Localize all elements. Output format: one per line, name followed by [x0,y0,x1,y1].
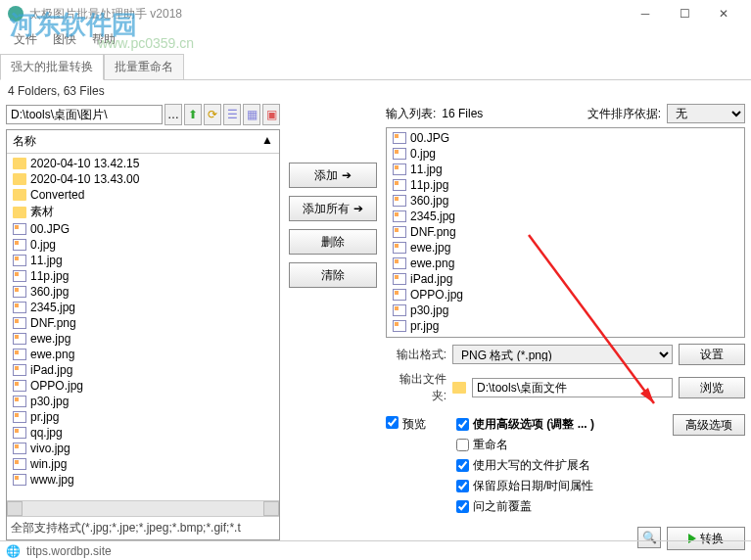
format-filter[interactable]: 全部支持格式(*.jpg;*.jpe;*.jpeg;*.bmp;*.gif;*.… [7,516,279,539]
advanced-checkbox[interactable] [456,418,469,431]
list-item[interactable]: www.jpg [9,472,277,488]
view-details-button[interactable]: ▦ [243,104,260,125]
keepdate-checkbox[interactable] [456,480,469,492]
image-icon [393,320,406,332]
image-icon [393,179,406,191]
list-item[interactable]: 11.jpg [389,162,742,177]
settings-button[interactable]: 设置 [679,344,745,365]
image-icon [13,427,26,439]
menu-quick[interactable]: 图快 [47,29,82,50]
list-item[interactable]: 0.jpg [389,146,742,162]
list-item[interactable]: qq.jpg [9,425,277,441]
tab-batch-rename[interactable]: 批量重命名 [104,54,184,79]
list-item[interactable]: ewe.jpg [389,240,742,256]
menubar: 文件 图快 帮助 [0,27,751,52]
list-item[interactable]: 00.JPG [9,221,277,237]
overwrite-label: 问之前覆盖 [473,498,532,515]
image-icon [393,257,406,269]
folder-icon [13,189,26,201]
list-item[interactable]: OPPO.jpg [389,287,742,303]
list-body[interactable]: 2020-04-10 13.42.152020-04-10 13.43.00Co… [7,154,279,500]
list-item[interactable]: 2345.jpg [9,300,277,315]
address-input[interactable] [6,105,163,124]
list-item[interactable]: iPad.jpg [9,362,277,378]
browse-button[interactable]: 浏览 [679,377,745,398]
list-item[interactable]: 00.JPG [389,130,742,146]
tab-batch-convert[interactable]: 强大的批量转换 [0,54,104,80]
image-icon [393,304,406,316]
list-item[interactable]: DNF.png [389,224,742,240]
tab-bar: 强大的批量转换 批量重命名 [0,54,751,80]
menu-file[interactable]: 文件 [8,29,43,50]
output-folder-label: 输出文件夹: [386,371,446,404]
rename-checkbox[interactable] [456,439,469,451]
minimize-button[interactable]: ─ [626,2,665,25]
list-item[interactable]: 11.jpg [9,253,277,268]
view-thumb-button[interactable]: ▣ [262,104,280,125]
add-button[interactable]: 添加➔ [289,163,377,188]
folder-icon [13,207,26,218]
clear-button[interactable]: 清除 [289,262,377,288]
list-item[interactable]: 360.jpg [389,193,742,209]
menu-help[interactable]: 帮助 [86,29,121,50]
maximize-button[interactable]: ☐ [665,2,704,25]
output-folder-input[interactable] [472,378,673,397]
image-icon [13,443,26,454]
image-icon [13,411,26,423]
output-format-select[interactable]: PNG 格式 (*.png) [452,345,673,364]
scrollbar-horizontal[interactable] [7,500,279,516]
list-item[interactable]: p30.jpg [9,394,277,409]
view-list-button[interactable]: ☰ [223,104,241,125]
list-item[interactable]: pr.jpg [9,409,277,425]
add-all-button[interactable]: 添加所有➔ [289,196,377,221]
preview-checkbox[interactable] [386,416,399,429]
list-item[interactable]: 11p.jpg [9,268,277,284]
list-item[interactable]: ewe.jpg [9,331,277,347]
list-item[interactable]: 素材 [9,203,277,221]
image-icon [13,302,26,313]
list-item[interactable]: ewe.png [389,256,742,271]
list-item[interactable]: 2020-04-10 13.42.15 [9,156,277,171]
list-item[interactable]: Converted [9,187,277,203]
advanced-label: 使用高级选项 (调整 ... ) [473,416,594,433]
list-item[interactable]: win.jpg [9,456,277,472]
overwrite-checkbox[interactable] [456,500,469,513]
list-item[interactable]: 11p.jpg [389,177,742,193]
refresh-button[interactable]: ⟳ [204,104,221,125]
list-item[interactable]: 0.jpg [9,237,277,253]
list-item[interactable]: 360.jpg [9,284,277,300]
list-item[interactable]: iPad.jpg [389,271,742,287]
list-item[interactable]: p30.jpg [389,303,742,318]
list-item[interactable]: vivo.jpg [9,441,277,456]
uppercase-checkbox[interactable] [456,459,469,472]
image-icon [393,163,406,175]
close-button[interactable]: ✕ [704,2,743,25]
uppercase-label: 使用大写的文件扩展名 [473,457,590,474]
image-icon [393,132,406,144]
status-url: titps.wordbp.site [26,544,112,558]
list-item[interactable]: 2345.jpg [389,209,742,224]
rename-label: 重命名 [473,437,508,453]
col-name: 名称 [13,133,36,150]
up-folder-button[interactable]: ⬆ [184,104,202,125]
statusbar: 🌐 titps.wordbp.site [0,540,751,560]
sort-select[interactable]: 无 [667,104,745,123]
browse-folder-button[interactable]: … [164,104,182,125]
delete-button[interactable]: 删除 [289,229,377,255]
output-file-list[interactable]: 00.JPG0.jpg11.jpg11p.jpg360.jpg2345.jpgD… [386,127,745,338]
image-icon [393,289,406,301]
list-item[interactable]: ewe.png [9,347,277,362]
list-item[interactable]: pr.jpg [389,318,742,334]
list-header[interactable]: 名称▲ [7,130,279,154]
list-item[interactable]: OPPO.jpg [9,378,277,394]
preview-label: 预览 [402,416,426,433]
image-icon [13,349,26,360]
image-icon [13,270,26,282]
list-item[interactable]: DNF.png [9,315,277,331]
advanced-options-button[interactable]: 高级选项 [673,414,745,436]
image-icon [13,223,26,235]
image-icon [13,364,26,376]
input-list-label: 输入列表: [386,106,436,122]
list-item[interactable]: 2020-04-10 13.43.00 [9,171,277,187]
image-icon [393,210,406,222]
